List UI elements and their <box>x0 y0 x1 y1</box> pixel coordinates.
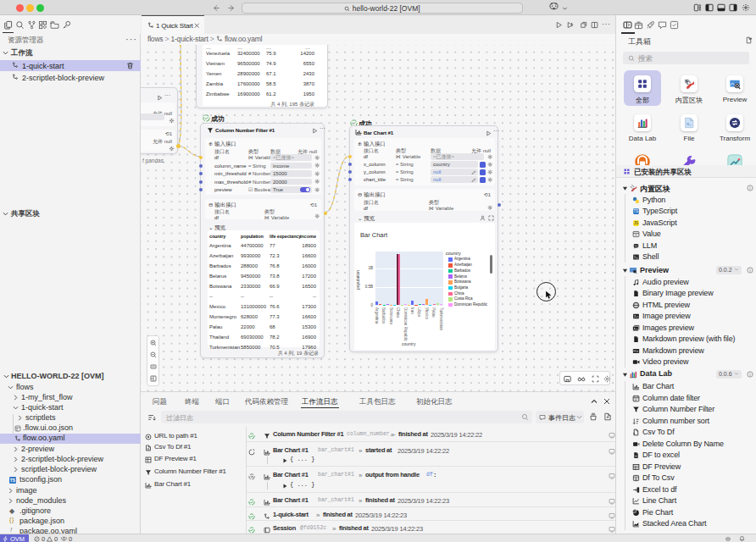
svg-text:JS: JS <box>634 221 638 225</box>
svg-text:TS: TS <box>634 209 639 213</box>
